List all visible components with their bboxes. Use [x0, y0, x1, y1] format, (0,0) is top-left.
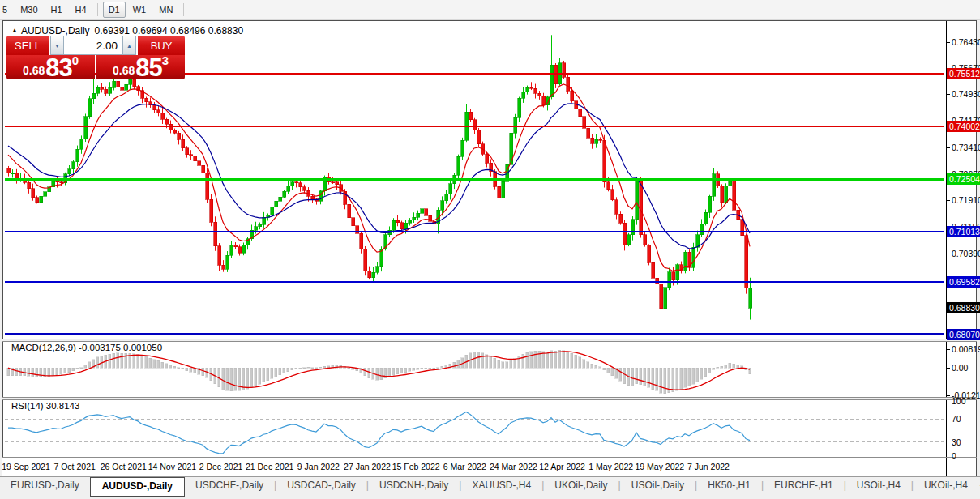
chevron-down-icon: ▼	[54, 43, 60, 49]
chart-title: ▲AUDUSD-,Daily0.69391 0.69694 0.68496 0.…	[11, 25, 243, 36]
price-axis: 0.764300.756700.749300.741700.734100.726…	[947, 21, 978, 476]
price-tick-label: 0.76430	[952, 37, 980, 47]
chart-tab-bar: EURUSD-,DailyAUDUSD-,DailyUSDCHF-,Daily|…	[0, 476, 980, 499]
volume-input[interactable]	[64, 36, 122, 55]
price-tick	[947, 147, 950, 148]
date-label: 26 Oct 2021	[101, 462, 147, 471]
tab-eurusddaily[interactable]: EURUSD-,Daily	[0, 477, 90, 494]
tab-usdcaddaily[interactable]: USDCAD-,Daily	[276, 477, 366, 494]
tab-hk50h1[interactable]: HK50-,H1	[697, 477, 761, 494]
chart-ohlc-values: 0.69391 0.69694 0.68496 0.68830	[95, 25, 244, 36]
rsi-axis-label: 100	[952, 396, 966, 406]
tab-usoildaily[interactable]: USOil-,Daily	[621, 477, 695, 494]
pane-splitter-rsi[interactable]	[2, 397, 977, 400]
buy-price-prefix: 0.68	[113, 62, 135, 79]
date-label: 6 Mar 2022	[443, 462, 486, 471]
rsi-axis-label: 30	[952, 437, 961, 447]
date-label: 21 Dec 2021	[246, 462, 294, 471]
level-price-label: 0.74002	[947, 121, 980, 132]
date-label: 19 May 2022	[635, 462, 684, 471]
tab-audusddaily[interactable]: AUDUSD-,Daily	[90, 477, 185, 497]
one-click-trading-panel: SELL ▼ ▲ BUY 0.68 83 0 0.68 85 3	[6, 36, 185, 79]
date-label: 14 Nov 2021	[148, 462, 197, 471]
tab-usdchfdaily[interactable]: USDCHF-,Daily	[185, 477, 274, 494]
date-label: 12 Apr 2022	[539, 462, 585, 471]
price-tick	[947, 94, 950, 95]
macd-tick	[947, 349, 950, 350]
price-tick-label: 0.70390	[952, 249, 980, 258]
rsi-axis-label: 70	[952, 414, 961, 424]
price-tick	[947, 42, 950, 43]
sell-price-sup: 0	[72, 55, 79, 66]
price-tick-label: 0.73410	[952, 143, 980, 152]
pane-splitter-macd[interactable]	[2, 339, 977, 342]
date-label: 15 Feb 2022	[392, 462, 440, 471]
rsi-pane	[5, 412, 944, 454]
buy-button[interactable]: BUY	[138, 36, 185, 55]
date-label: 24 Mar 2022	[490, 462, 537, 471]
level-price-label: 0.68070	[947, 329, 980, 340]
sell-button[interactable]: SELL	[6, 36, 49, 55]
macd-pane	[7, 350, 751, 393]
macd-axis-label: 0.00	[952, 363, 968, 373]
chart-symbol-label: AUDUSD-,Daily	[21, 25, 90, 36]
collapse-icon[interactable]: ▲	[11, 27, 18, 34]
buy-price-sup: 3	[162, 55, 169, 66]
macd-label: MACD(12,26,9) -0.003175 0.001050	[11, 343, 162, 352]
tab-ukoilh4[interactable]: UKOil-,H4	[914, 477, 978, 494]
level-price-label: 0.75512	[947, 68, 980, 79]
buy-price-big: 85	[135, 57, 161, 79]
buy-price-display[interactable]: 0.68 85 3	[96, 55, 185, 79]
macd-tick	[947, 395, 950, 396]
current-price-label: 0.68830	[947, 302, 980, 313]
volume-increase-button[interactable]: ▲	[122, 36, 136, 55]
level-price-label: 0.69582	[947, 276, 980, 288]
tab-xauusdh4[interactable]: XAUUSD-,H4	[461, 477, 541, 494]
date-label: 27 Jan 2022	[344, 462, 391, 471]
pane-splitter-dates	[2, 457, 977, 458]
macd-axis-label: 0.008197	[952, 344, 980, 354]
tab-eurchfh1[interactable]: EURCHF-,H1	[764, 477, 844, 494]
sell-price-prefix: 0.68	[23, 62, 45, 79]
sell-price-display[interactable]: 0.68 83 0	[6, 55, 95, 79]
rsi-axis-label: 0	[952, 451, 956, 461]
macd-tick	[947, 368, 950, 369]
date-label: 9 Jan 2022	[297, 462, 340, 471]
level-price-label: 0.71013	[947, 226, 980, 237]
date-label: 7 Oct 2021	[53, 462, 95, 471]
date-label: 7 Jun 2022	[687, 462, 730, 471]
price-tick	[947, 200, 950, 201]
price-tick	[947, 254, 950, 254]
date-label: 1 May 2022	[588, 462, 633, 471]
tab-usdcnhdaily[interactable]: USDCNH-,Daily	[369, 477, 459, 494]
date-label: 19 Sep 2021	[2, 462, 50, 471]
volume-decrease-button[interactable]: ▼	[50, 36, 64, 55]
rsi-label: RSI(14) 30.8143	[11, 401, 79, 411]
price-tick-label: 0.71910	[952, 195, 980, 205]
tab-ukoildaily[interactable]: UKOil-,Daily	[544, 477, 618, 494]
price-tick-label: 0.74930	[952, 89, 980, 99]
chevron-up-icon: ▲	[126, 43, 132, 49]
date-axis: 19 Sep 20217 Oct 202126 Oct 202114 Nov 2…	[2, 458, 946, 476]
level-price-label: 0.72504	[947, 173, 980, 185]
date-label: 2 Dec 2021	[199, 462, 243, 471]
sell-price-big: 83	[45, 57, 71, 79]
tab-usoilh4[interactable]: USOil-,H4	[846, 477, 911, 494]
